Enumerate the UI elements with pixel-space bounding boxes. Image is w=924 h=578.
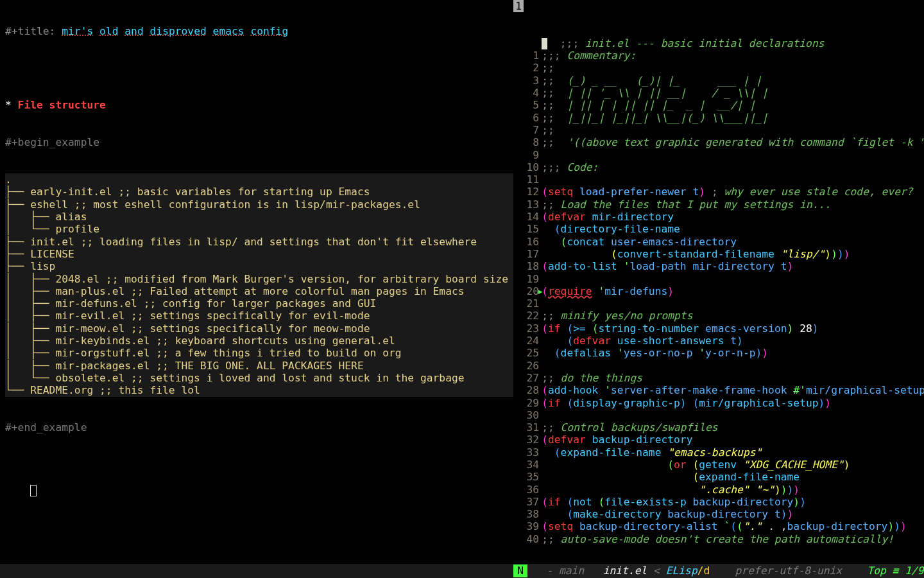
code-line[interactable]: 16 (concat user-emacs-directory — [513, 236, 924, 248]
cursor-outline — [30, 485, 37, 496]
code-content: (defvar backup-directory — [542, 434, 924, 446]
code-content — [542, 360, 924, 372]
code-line[interactable]: 10;;; Code: — [513, 161, 924, 173]
line-number: 39 — [513, 520, 542, 532]
breakpoint-arrow-icon: ▸ — [537, 285, 543, 297]
code-content: ;; — [542, 124, 924, 136]
code-content: (if (>= (string-to-number emacs-version)… — [542, 322, 924, 335]
code-line[interactable]: 39(setq backup-directory-alist `(("." . … — [513, 520, 924, 532]
code-content: (make-directory backup-directory t)) — [542, 508, 924, 520]
line-number: 35 — [513, 471, 542, 483]
code-line[interactable]: 33 (expand-file-name "emacs-backups" — [513, 446, 924, 459]
code-line[interactable]: 29(if (display-graphic-p) (mir/graphical… — [513, 397, 924, 409]
code-line[interactable]: 31;; Control backups/swapfiles — [513, 421, 924, 434]
code-line[interactable]: 28(add-hook 'server-after-make-frame-hoo… — [513, 384, 924, 396]
code-line[interactable]: 9 — [513, 149, 924, 161]
code-line[interactable]: 6;; |_||_| |_||_| \\__|(_) \\___||_| — [513, 112, 924, 124]
code-line[interactable]: 12(setq load-prefer-newer t) ; why ever … — [513, 186, 924, 198]
code-line[interactable]: 19 — [513, 273, 924, 285]
line-number: 5 — [513, 99, 542, 111]
code-line[interactable]: 14(defvar mir-directory — [513, 211, 924, 223]
line-number: 14 — [513, 211, 542, 223]
code-line[interactable]: 23(if (>= (string-to-number emacs-versio… — [513, 322, 924, 335]
code-content: ;; | || '_ \\ | || __| / _ \\| | — [542, 87, 924, 99]
code-content: (setq backup-directory-alist `(("." . ,b… — [542, 520, 924, 532]
blank — [5, 459, 513, 471]
code-line[interactable]: 25 (defalias 'yes-or-no-p 'y-or-n-p)) — [513, 347, 924, 359]
code-line[interactable]: ;;; init.el --- basic initial declaratio… — [513, 37, 924, 49]
code-content: (defalias 'yes-or-no-p 'y-or-n-p)) — [542, 347, 924, 359]
blank — [5, 62, 513, 74]
code-content: ▸(require 'mir-defuns) — [542, 285, 924, 297]
line-number: 1 — [513, 49, 542, 62]
code-line[interactable]: 34 (or (getenv "XDG_CACHE_HOME") — [513, 459, 924, 471]
line-number: 22 — [513, 310, 542, 322]
line-number: 27 — [513, 372, 542, 384]
line-number: 7 — [513, 124, 542, 136]
buffer-name: init.el — [603, 565, 647, 577]
code-line[interactable]: 22;; minify yes/no prompts — [513, 310, 924, 322]
code-content: (expand-file-name — [542, 471, 924, 483]
code-line[interactable]: 7;; — [513, 124, 924, 136]
code-line[interactable]: 35 (expand-file-name — [513, 471, 924, 483]
left-modeline — [0, 564, 513, 578]
scroll-position: Top ≡ 1/99 — [867, 565, 924, 577]
line-number: 15 — [513, 223, 542, 235]
code-line[interactable]: 26 — [513, 360, 924, 372]
line-number: 11 — [513, 173, 542, 186]
line-number: 19 — [513, 273, 542, 285]
code-line[interactable]: 13;; Load the files that I put my settin… — [513, 198, 924, 211]
code-content: (directory-file-name — [542, 223, 924, 235]
code-line[interactable]: 2;; — [513, 62, 924, 74]
title-word: disproved — [150, 25, 207, 37]
line-number: 4 — [513, 87, 542, 99]
code-content — [542, 173, 924, 186]
code-content: ;; Load the files that I put my settings… — [542, 198, 924, 211]
code-line[interactable]: 8;; '((above text graphic generated with… — [513, 136, 924, 148]
code-line[interactable]: 4;; | || '_ \\ | || __| / _ \\| | — [513, 87, 924, 99]
line-number: 40 — [513, 533, 542, 545]
code-content: ;;; Code: — [542, 161, 924, 173]
line-number: 31 — [513, 421, 542, 434]
evil-state-indicator: N — [513, 565, 527, 577]
code-line[interactable]: 32(defvar backup-directory — [513, 434, 924, 446]
git-branch: main — [552, 565, 584, 577]
code-content: ;;; init.el --- basic initial declaratio… — [542, 37, 924, 49]
code-line[interactable]: 40;; auto-save-mode doesn't create the p… — [513, 533, 924, 545]
code-content: (defvar mir-directory — [542, 211, 924, 223]
code-line[interactable]: 15 (directory-file-name — [513, 223, 924, 235]
encoding: prefer-utf-8-unix — [735, 565, 843, 577]
init-el-pane[interactable]: 1 ;;; init.el --- basic initial declarat… — [513, 0, 924, 578]
code-line[interactable]: 27;; do the things — [513, 372, 924, 384]
line-indicator: 1 — [513, 0, 524, 12]
code-line[interactable]: 5;; | || | | || || |_ _ | __/| | — [513, 99, 924, 111]
line-number: 13 — [513, 198, 542, 211]
mode-suffix: /d — [697, 565, 710, 577]
code-line[interactable]: 37(if (not (file-exists-p backup-directo… — [513, 496, 924, 508]
line-number: 38 — [513, 508, 542, 520]
code-line[interactable]: 38 (make-directory backup-directory t)) — [513, 508, 924, 520]
code-line[interactable]: 3;; (_) _ __ (_)| |_ ___ | | — [513, 74, 924, 87]
code-line[interactable]: 20▸(require 'mir-defuns) — [513, 285, 924, 297]
org-readme-pane[interactable]: #+title: mir's old and disproved emacs c… — [0, 0, 513, 578]
line-number: 10 — [513, 161, 542, 173]
code-line[interactable]: 1;;; Commentary: — [513, 49, 924, 62]
line-number: 8 — [513, 136, 542, 148]
code-line[interactable]: 11 — [513, 173, 924, 186]
line-number: 36 — [513, 484, 542, 496]
line-number: 25 — [513, 347, 542, 359]
code-content: ;; Control backups/swapfiles — [542, 421, 924, 434]
code-line[interactable]: 21 — [513, 297, 924, 310]
line-number: 21 — [513, 297, 542, 310]
code-line[interactable]: 17 (convert-standard-filename "lisp/")))… — [513, 248, 924, 260]
code-line[interactable]: 36 ".cache" "~")))) — [513, 484, 924, 496]
code-line[interactable]: 30 — [513, 409, 924, 421]
line-number: 24 — [513, 335, 542, 347]
line-number: 18 — [513, 260, 542, 272]
code-line[interactable]: 24 (defvar use-short-answers t) — [513, 335, 924, 347]
code-content — [542, 273, 924, 285]
title-word: and — [124, 25, 143, 37]
code-content — [542, 297, 924, 310]
line-number: 28 — [513, 384, 542, 396]
code-line[interactable]: 18(add-to-list 'load-path mir-directory … — [513, 260, 924, 272]
